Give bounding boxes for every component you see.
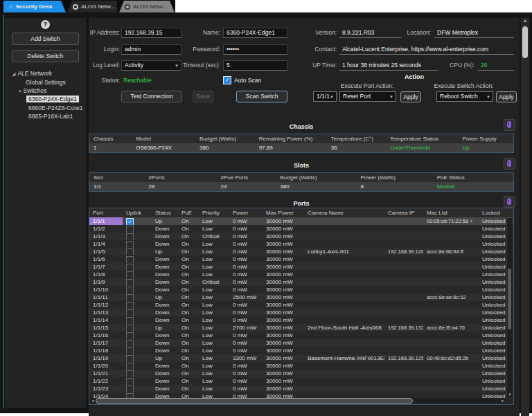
name-input[interactable]: 6360-P24X-Edge1 [223,28,287,38]
column-header[interactable]: Budget (Watts) [276,173,356,182]
uptime-field[interactable]: 1 hour 38 minutes 25 seconds [339,60,438,71]
cell-uplink[interactable] [123,309,152,316]
column-header[interactable]: Model [132,134,195,143]
ports-row[interactable]: 1/1/7DownOnLow0 mW30000 mWUnlocked [89,263,513,271]
cell-uplink[interactable]: ✓ [123,217,152,225]
cell-uplink[interactable] [123,370,152,377]
ports-row[interactable]: 1/1/11UpOnLow2500 mW30000 mWaccc:8e:ee:8… [89,293,513,301]
column-header[interactable]: Temperature (C°) [327,134,387,143]
column-header[interactable]: Locked [479,208,514,217]
ports-row[interactable]: 1/1/16DownOnLow0 mW30000 mWUnlocked [89,332,513,339]
uplink-checkbox[interactable] [126,340,134,347]
cell-uplink[interactable] [123,316,152,324]
apply-port-action-button[interactable]: Apply [400,91,421,102]
uplink-checkbox[interactable] [126,317,134,324]
cell-uplink[interactable] [123,255,152,263]
login-input[interactable]: admin [121,44,181,55]
tab-security-desk[interactable]: ⌂ Security Desk [3,1,66,12]
column-header[interactable]: Camera IP [384,208,423,217]
tab-alog-inactive[interactable]: ALOG Netw... [119,1,175,12]
ports-row[interactable]: 1/1/19UpOnLow3300 mW30000 mWBasement-Han… [89,354,513,362]
cell-uplink[interactable] [123,263,152,271]
column-header[interactable]: PoE [178,208,199,217]
expander-icon[interactable]: ▾ [19,89,21,93]
uplink-checkbox[interactable] [126,256,134,263]
uplink-checkbox[interactable] [126,226,134,233]
column-header[interactable]: Temperature Status [386,134,458,143]
cell-uplink[interactable] [123,248,152,255]
scroll-up-arrow-icon[interactable]: ▲ [521,19,529,23]
tree-node-global-settings[interactable]: Global Settings [26,78,66,87]
scroll-right-arrow-icon[interactable]: ► [501,398,505,404]
column-header[interactable]: Uplink [123,208,152,217]
cell-uplink[interactable] [123,278,152,286]
uplink-checkbox[interactable] [126,378,134,385]
ports-row[interactable]: 1/1/13DownOnLow0 mW30000 mWUnlocked [89,309,513,316]
scan-switch-button[interactable]: Scan Switch [236,91,287,102]
uplink-checkbox[interactable] [126,241,134,248]
ports-row[interactable]: 1/1/4DownOnLow0 mW30000 mWUnlocked [89,240,513,248]
uplink-checkbox[interactable] [126,248,134,255]
ports-row[interactable]: 1/1/23DownOnLow0 mW30000 mWUnlocked [89,385,513,392]
uplink-checkbox[interactable] [126,332,134,339]
mouse-scroll-icon[interactable] [504,158,515,170]
timeout-input[interactable]: 5 [223,60,287,71]
cell-uplink[interactable] [123,332,152,339]
expander-icon[interactable]: ◢ [12,71,15,76]
delete-switch-button[interactable]: Delete Switch [12,50,79,62]
ip-address-input[interactable]: 192.168.39.15 [121,28,181,38]
ports-row[interactable]: 1/1/15UpOnLow2700 mW30000 mW2nd Floor-So… [89,324,513,332]
ports-row[interactable]: 1/1/8DownOnLow0 mW30000 mWUnlocked [89,271,513,278]
uplink-checkbox[interactable] [126,279,134,286]
port-action-select[interactable]: Reset Port▼ [339,91,396,102]
column-header[interactable]: Status [152,208,178,217]
column-header[interactable]: PoE Status [433,173,513,182]
cell-uplink[interactable] [123,385,152,392]
cell-uplink[interactable] [123,354,152,362]
cell-uplink[interactable] [123,347,152,354]
ports-row[interactable]: 1/1/17DownOnLow0 mW30000 mWUnlocked [89,339,513,347]
tree-node-switches[interactable]: ▾Switches [19,87,47,95]
column-header[interactable]: #Ports [145,173,217,182]
column-header[interactable]: Power Supply [458,134,513,143]
ports-horizontal-scrollbar[interactable]: ◄ ► [90,398,506,404]
ports-row[interactable]: 1/1/22DownOnLow0 mW30000 mWUnlocked [89,377,513,385]
uplink-checkbox[interactable]: ✓ [126,218,134,225]
uplink-checkbox[interactable] [126,386,134,392]
tree-node-switch[interactable]: 6865-P16X-Lab1 [28,112,73,120]
cell-uplink[interactable] [123,286,152,293]
tree-node-ale-network[interactable]: ◢ALE Network [12,69,52,78]
main-vertical-scrollbar[interactable]: ▲ [521,18,529,416]
scroll-left-arrow-icon[interactable]: ◄ [91,398,95,404]
ports-row[interactable]: 1/1/5UpOnLow0 mW30000 mWLobby1-Axis-0011… [89,248,513,255]
column-header[interactable]: Camera Name [304,208,384,217]
test-connection-button[interactable]: Test Connection [121,91,182,102]
version-field[interactable]: 8.9.221.R03 [339,28,402,38]
column-header[interactable]: Mac List [423,208,479,217]
cell-uplink[interactable] [123,377,152,385]
uplink-checkbox[interactable] [126,302,134,309]
auto-scan-checkbox[interactable]: ✓ [223,76,231,84]
contact-field[interactable]: Alcatel-Lucent Enterprise, https://www.a… [339,44,514,55]
ports-row[interactable]: 1/1/3DownOnCritical0 mW30000 mWUnlocked [89,233,513,240]
ports-row[interactable]: 1/1/12DownOnLow0 mW30000 mWUnlocked [89,301,513,309]
uplink-checkbox[interactable] [126,271,134,278]
tree-node-switch[interactable]: 6860E-P24Z8-Core1 [28,104,82,112]
scrollbar-thumb[interactable] [522,26,528,58]
column-header[interactable]: Slot [89,173,145,182]
log-level-select[interactable]: Activity▼ [121,60,181,71]
uplink-checkbox[interactable] [126,325,134,332]
tab-alog-active[interactable]: ALOG Netw... × [67,1,117,12]
ports-row[interactable]: 1/1/6DownOnLow0 mW30000 mWUnlocked [89,255,513,263]
uplink-checkbox[interactable] [126,294,134,301]
column-header[interactable]: Port [89,208,123,217]
save-button[interactable]: Save [193,91,213,102]
slots-row[interactable]: 1/128243808Normal [89,182,513,191]
cell-uplink[interactable] [123,271,152,278]
uplink-checkbox[interactable] [126,347,134,354]
add-switch-button[interactable]: Add Switch [12,33,79,45]
uplink-checkbox[interactable] [126,370,134,377]
ports-row[interactable]: 1/1/20DownOnLow0 mW30000 mWUnlocked [89,362,513,370]
column-header[interactable]: Remaining Power (%) [255,134,327,143]
column-header[interactable]: Chassis [89,134,132,143]
